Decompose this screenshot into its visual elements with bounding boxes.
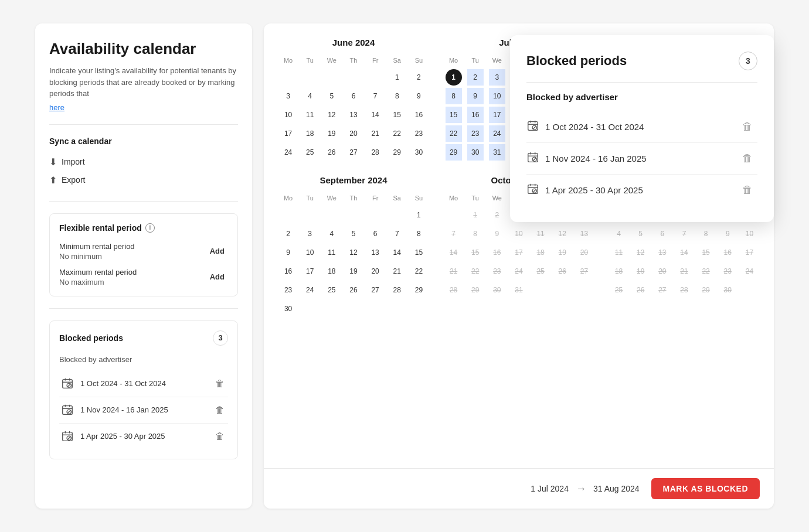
cal-day[interactable]: 8 [467,226,484,242]
cal-day[interactable]: 2 [410,69,427,86]
cal-day[interactable]: 10 [511,226,527,242]
cal-day[interactable]: 4 [324,226,340,242]
cal-day[interactable]: 25 [324,282,340,298]
cal-day[interactable]: 2 [489,207,505,223]
cal-day[interactable]: 20 [367,263,383,279]
cal-day[interactable]: 16 [280,263,297,279]
cal-day[interactable]: 9 [280,244,297,261]
cal-day[interactable]: 21 [367,125,383,142]
cal-day[interactable]: 8 [446,88,462,104]
cal-day[interactable]: 20 [654,263,671,279]
cal-day[interactable]: 23 [280,282,297,298]
cal-day[interactable]: 14 [367,107,383,123]
cal-day[interactable]: 23 [489,263,505,279]
cal-day[interactable]: 6 [654,226,671,242]
min-add-button[interactable]: Add [206,245,228,257]
cal-day[interactable]: 16 [467,107,484,123]
cal-day[interactable]: 27 [345,144,362,161]
cal-day[interactable]: 15 [410,244,427,261]
cal-day[interactable]: 30 [410,144,427,161]
cal-day[interactable]: 30 [489,282,505,298]
cal-day[interactable]: 8 [389,88,405,104]
cal-day[interactable]: 5 [345,226,362,242]
delete-blocked-2[interactable]: 🗑 [212,404,228,417]
cal-day[interactable]: 24 [511,263,527,279]
cal-day[interactable]: 11 [324,244,340,261]
cal-day[interactable]: 31 [511,282,527,298]
cal-day[interactable]: 1 [389,69,405,86]
cal-day[interactable]: 23 [719,263,736,279]
cal-day[interactable]: 29 [446,144,462,161]
cal-day[interactable]: 3 [489,69,505,86]
mark-blocked-button[interactable]: MARK AS BLOCKED [651,478,760,499]
cal-day[interactable]: 16 [719,244,736,261]
cal-day[interactable]: 11 [611,244,627,261]
cal-day[interactable]: 24 [489,125,505,142]
cal-day[interactable]: 21 [676,263,692,279]
cal-day[interactable]: 13 [367,244,383,261]
cal-day[interactable]: 14 [676,244,692,261]
cal-day[interactable]: 22 [467,263,484,279]
cal-day[interactable]: 21 [446,263,462,279]
cal-day[interactable]: 27 [576,263,592,279]
cal-day[interactable]: 27 [654,282,671,298]
cal-day[interactable]: 21 [389,263,405,279]
cal-day[interactable]: 9 [719,226,736,242]
cal-day[interactable]: 19 [345,263,362,279]
cal-day[interactable]: 12 [554,226,570,242]
cal-day[interactable]: 17 [741,244,757,261]
cal-day[interactable]: 30 [719,282,736,298]
cal-day[interactable]: 9 [410,88,427,104]
cal-day[interactable]: 8 [410,226,427,242]
cal-day[interactable]: 30 [467,144,484,161]
cal-day[interactable]: 15 [389,107,405,123]
cal-day[interactable]: 26 [633,282,649,298]
cal-day[interactable]: 20 [576,244,592,261]
cal-day[interactable]: 18 [611,263,627,279]
delete-blocked-3[interactable]: 🗑 [212,430,228,443]
cal-day[interactable]: 1 [446,69,462,86]
cal-day[interactable]: 28 [389,282,405,298]
cal-day[interactable]: 13 [654,244,671,261]
cal-day[interactable]: 1 [410,207,427,223]
cal-day[interactable]: 29 [698,282,714,298]
cal-day[interactable]: 6 [345,88,362,104]
cal-day[interactable]: 11 [302,107,318,123]
cal-day[interactable]: 24 [741,263,757,279]
cal-day[interactable]: 1 [467,207,484,223]
cal-day[interactable]: 13 [576,226,592,242]
cal-day[interactable]: 29 [389,144,405,161]
popup-delete-1[interactable]: 🗑 [737,118,757,135]
cal-day[interactable]: 28 [446,282,462,298]
cal-day[interactable]: 22 [446,125,462,142]
cal-day[interactable]: 10 [280,107,297,123]
cal-day[interactable]: 25 [532,263,549,279]
cal-day[interactable]: 24 [302,282,318,298]
cal-day[interactable]: 8 [698,226,714,242]
import-item[interactable]: ⬇ Import [49,153,238,171]
cal-day[interactable]: 7 [676,226,692,242]
cal-day[interactable]: 17 [302,263,318,279]
cal-day[interactable]: 7 [446,226,462,242]
cal-day[interactable]: 4 [302,88,318,104]
cal-day[interactable]: 18 [324,263,340,279]
cal-day[interactable]: 5 [633,226,649,242]
cal-day[interactable]: 18 [302,125,318,142]
cal-day[interactable]: 20 [345,125,362,142]
cal-day[interactable]: 7 [389,226,405,242]
cal-day[interactable]: 14 [446,244,462,261]
cal-day[interactable]: 12 [345,244,362,261]
cal-day[interactable]: 16 [489,244,505,261]
cal-day[interactable]: 6 [367,226,383,242]
cal-day[interactable]: 3 [280,88,297,104]
cal-day[interactable]: 2 [467,69,484,86]
cal-day[interactable]: 17 [489,107,505,123]
export-item[interactable]: ⬆ Export [49,171,238,189]
cal-day[interactable]: 25 [302,144,318,161]
cal-day[interactable]: 14 [389,244,405,261]
cal-day[interactable]: 29 [467,282,484,298]
cal-day[interactable]: 30 [280,301,297,317]
info-icon[interactable]: i [145,223,155,233]
cal-day[interactable]: 4 [611,226,627,242]
cal-day[interactable]: 9 [467,88,484,104]
